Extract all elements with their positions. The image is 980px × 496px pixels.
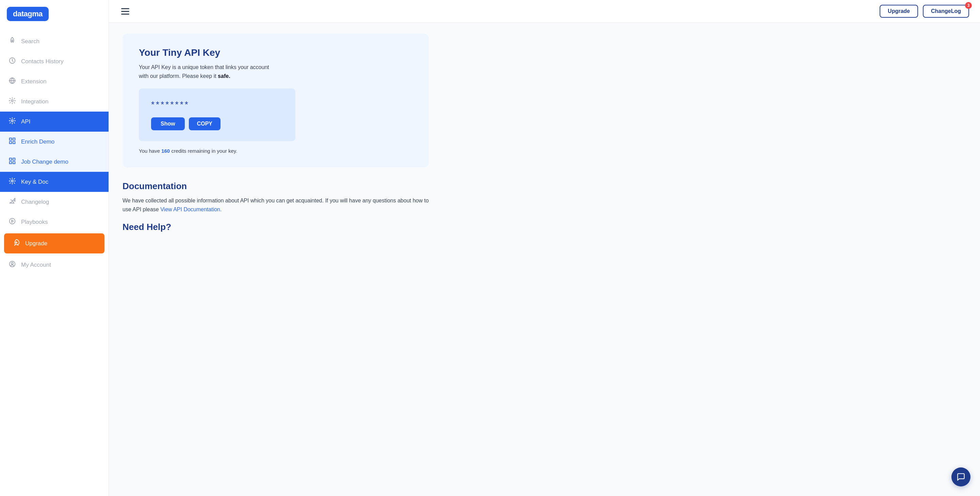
- sidebar-label-contacts-history: Contacts History: [21, 58, 64, 65]
- sidebar-label-key-doc: Key & Doc: [21, 179, 48, 185]
- sidebar-logo[interactable]: datagma: [0, 0, 108, 31]
- sidebar-item-job-change-demo[interactable]: Job Change demo: [0, 152, 108, 172]
- topbar-right: Upgrade ChangeLog 3: [880, 5, 969, 18]
- sidebar-item-my-account[interactable]: My Account: [0, 255, 108, 275]
- view-api-docs-link[interactable]: View API Documentation.: [160, 207, 221, 212]
- rocket-icon: [8, 37, 16, 46]
- sidebar-label-playbooks: Playbooks: [21, 219, 48, 226]
- api-desc-line2: with our platform. Please keep it: [139, 73, 218, 79]
- svg-point-3: [11, 100, 13, 102]
- svg-rect-7: [10, 141, 11, 143]
- changelog-button[interactable]: ChangeLog: [923, 5, 969, 18]
- playbooks-icon: [8, 218, 16, 227]
- sidebar: datagma Search Contacts History Extensio…: [0, 0, 109, 496]
- integration-icon: [8, 97, 16, 106]
- sidebar-label-api: API: [21, 118, 30, 125]
- sidebar-label-enrich-demo: Enrich Demo: [21, 138, 54, 145]
- sidebar-label-upgrade: Upgrade: [25, 240, 47, 247]
- megaphone-icon: [8, 197, 16, 207]
- grid-icon-enrich: [8, 137, 16, 146]
- logo-text: datagma: [13, 10, 43, 18]
- show-key-button[interactable]: Show: [151, 118, 185, 130]
- sidebar-item-upgrade[interactable]: Upgrade: [4, 234, 105, 253]
- changelog-button-wrap: ChangeLog 3: [923, 5, 969, 18]
- sidebar-label-my-account: My Account: [21, 262, 51, 269]
- need-help-title: Need Help?: [123, 222, 429, 232]
- sidebar-item-integration[interactable]: Integration: [0, 92, 108, 111]
- svg-rect-8: [13, 141, 15, 143]
- sidebar-label-extension: Extension: [21, 78, 47, 85]
- sidebar-label-search: Search: [21, 38, 40, 45]
- credits-prefix: You have: [139, 148, 161, 154]
- sidebar-label-changelog: Changelog: [21, 199, 49, 205]
- api-gear-icon: [8, 117, 16, 126]
- sidebar-item-contacts-history[interactable]: Contacts History: [0, 51, 108, 72]
- changelog-badge: 3: [965, 2, 972, 9]
- sidebar-item-extension[interactable]: Extension: [0, 72, 108, 92]
- sidebar-item-changelog[interactable]: Changelog: [0, 192, 108, 212]
- page-content: Your Tiny API Key Your API Key is a uniq…: [109, 23, 980, 496]
- sidebar-item-search[interactable]: Search: [0, 31, 108, 51]
- upgrade-button[interactable]: Upgrade: [880, 5, 918, 18]
- credits-number: 160: [161, 148, 170, 154]
- main-content: Upgrade ChangeLog 3 Your Tiny API Key Yo…: [109, 0, 980, 496]
- globe-icon: [8, 77, 16, 86]
- svg-point-4: [11, 120, 13, 122]
- documentation-title: Documentation: [123, 181, 429, 192]
- upgrade-rocket-icon: [12, 239, 21, 248]
- svg-rect-10: [13, 158, 15, 160]
- sidebar-label-job-change-demo: Job Change demo: [21, 159, 68, 165]
- sidebar-item-playbooks[interactable]: Playbooks: [0, 212, 108, 232]
- api-key-card: Your Tiny API Key Your API Key is a uniq…: [123, 34, 429, 167]
- sidebar-item-api[interactable]: API: [0, 111, 108, 132]
- user-circle-icon: [8, 260, 16, 269]
- api-desc-line1: Your API Key is a unique token that link…: [139, 64, 269, 70]
- copy-key-button[interactable]: COPY: [189, 118, 221, 130]
- svg-rect-12: [13, 162, 15, 164]
- documentation-section: Documentation We have collected all poss…: [123, 181, 429, 232]
- svg-point-13: [11, 180, 13, 182]
- key-gear-icon: [8, 177, 16, 186]
- api-key-value: ********: [151, 99, 283, 110]
- sidebar-item-key-doc[interactable]: Key & Doc: [0, 172, 108, 192]
- history-icon: [8, 57, 16, 66]
- credits-text: You have 160 credits remaining in your k…: [139, 148, 412, 154]
- api-key-actions: Show COPY: [151, 118, 283, 130]
- svg-point-15: [16, 242, 17, 243]
- svg-rect-5: [10, 138, 11, 140]
- sidebar-item-enrich-demo[interactable]: Enrich Demo: [0, 132, 108, 152]
- svg-rect-6: [13, 138, 15, 140]
- svg-point-0: [11, 40, 13, 41]
- topbar: Upgrade ChangeLog 3: [109, 0, 980, 23]
- svg-point-14: [10, 218, 15, 224]
- svg-rect-11: [10, 162, 11, 164]
- sidebar-label-integration: Integration: [21, 98, 48, 105]
- documentation-description: We have collected all possible informati…: [123, 196, 429, 214]
- api-key-box: ******** Show COPY: [139, 89, 295, 141]
- hamburger-menu[interactable]: [120, 7, 130, 16]
- api-card-description: Your API Key is a unique token that link…: [139, 63, 412, 80]
- chat-bubble[interactable]: [951, 467, 970, 486]
- svg-rect-9: [10, 158, 11, 160]
- svg-point-17: [11, 262, 13, 264]
- grid-icon-job: [8, 157, 16, 166]
- credits-suffix: credits remaining in your key.: [170, 148, 237, 154]
- api-card-title: Your Tiny API Key: [139, 47, 412, 58]
- api-desc-safe: safe.: [218, 73, 230, 79]
